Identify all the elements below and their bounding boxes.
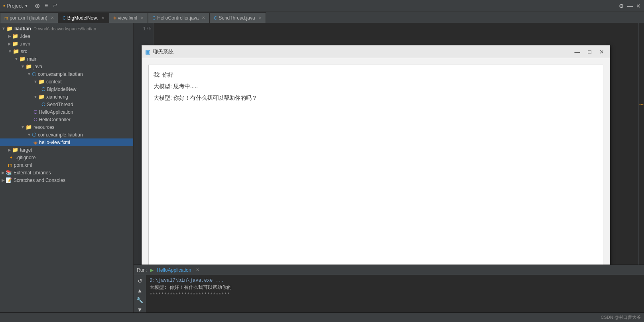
tree-ext-libs-icon: 📚 <box>6 170 12 176</box>
tab-hello-controller[interactable]: C HelloController.java ✕ <box>148 12 209 23</box>
tree-item-gitignore[interactable]: 🔸 .gitignore <box>0 154 133 161</box>
tree-xiancheng-label: xiancheng <box>46 94 68 100</box>
tab-hello-controller-close[interactable]: ✕ <box>202 16 205 20</box>
tree-item-resources[interactable]: ▼ 📁 resources <box>0 123 133 131</box>
tree-resources-icon: 📁 <box>26 124 32 130</box>
run-icon-wrench[interactable]: 🔧 <box>136 296 144 304</box>
tree-ext-libs-arrow: ▶ <box>2 170 5 175</box>
chat-close-button[interactable]: ✕ <box>597 48 607 56</box>
tree-target-icon: 📁 <box>12 147 18 153</box>
tree-item-package[interactable]: ▼ ⬡ com.example.liaotian <box>0 70 133 78</box>
line-number-175: 175 <box>143 26 152 33</box>
tree-resources-arrow: ▼ <box>21 125 25 129</box>
tab-pom-icon: m <box>4 16 8 20</box>
tab-bigmodel-label: BigModelNew. <box>67 15 98 21</box>
tab-view-fxml-close[interactable]: ✕ <box>140 16 144 20</box>
tree-item-res-package[interactable]: ▼ ⬡ com.example.liaotian <box>0 131 133 138</box>
project-sidebar: ▼ 📁 liaotian D:\work\ideaworkspaces\liao… <box>0 23 134 312</box>
run-app-name[interactable]: HelloApplication <box>157 267 191 273</box>
run-icon-down[interactable]: ▼ <box>136 306 144 312</box>
chat-message-1: 大模型: 思考中..... <box>154 81 598 91</box>
chat-maximize-button[interactable]: □ <box>586 48 594 56</box>
run-panel: Run: ▶ HelloApplication ✕ ↺ ▲ 🔧 ▼ ⊞ ↓ ■ … <box>134 265 644 312</box>
chat-message-2: 大模型: 你好！有什么我可以帮助你的吗？ <box>154 93 598 103</box>
tree-item-mvn[interactable]: ▶ 📁 .mvn <box>0 40 133 47</box>
tree-target-label: target <box>20 147 32 153</box>
run-line-2: **************************** <box>150 291 641 298</box>
tree-item-bigmodelnew[interactable]: C BigModelNew <box>0 85 133 93</box>
run-content: ↺ ▲ 🔧 ▼ ⊞ ↓ ■ ⬆ 🖨 🗑 D:\java17\bin\java.e… <box>134 275 644 312</box>
tree-item-scratches[interactable]: ▶ 📝 Scratches and Consoles <box>0 176 133 184</box>
tree-xiancheng-arrow: ▼ <box>33 95 37 99</box>
chat-title-text: 聊天系统 <box>153 48 570 55</box>
tree-hello-app-label: HelloApplication <box>39 109 73 115</box>
chat-titlebar: ▣ 聊天系统 — □ ✕ <box>142 45 610 58</box>
tree-item-external-libs[interactable]: ▶ 📚 External Libraries <box>0 169 133 176</box>
tab-pom[interactable]: m pom.xml (liaotian) ✕ <box>0 12 58 23</box>
tree-root-label: liaotian <box>14 26 31 32</box>
run-line-1: 大模型: 你好！有什么我可以帮助你的 <box>150 284 641 291</box>
tree-item-java[interactable]: ▼ 📁 java <box>0 63 133 70</box>
tree-ext-libs-label: External Libraries <box>14 170 51 176</box>
chat-minimize-button[interactable]: — <box>572 48 583 56</box>
tree-hello-view-label: hello-view.fxml <box>39 140 70 145</box>
tree-hello-app-icon: C <box>33 109 37 115</box>
tree-scratches-label: Scratches and Consoles <box>14 178 65 183</box>
tree-scratches-arrow: ▶ <box>2 178 5 182</box>
tab-hello-controller-icon: C <box>152 16 156 20</box>
tree-context-icon: 📁 <box>38 79 45 85</box>
tree-main-arrow: ▼ <box>14 57 18 61</box>
tree-item-main[interactable]: ▼ 📁 main <box>0 55 133 63</box>
chat-window: ▣ 聊天系统 — □ ✕ 我: 你好 大模型: 思考中..... 大模型: 你好… <box>142 45 610 265</box>
tree-item-pom[interactable]: m pom.xml <box>0 161 133 169</box>
chat-message-0: 我: 你好 <box>154 70 598 80</box>
chat-body: 我: 你好 大模型: 思考中..... 大模型: 你好！有什么我可以帮助你的吗？… <box>142 58 610 265</box>
tree-package-arrow: ▼ <box>27 72 31 76</box>
tab-bigmodel-close[interactable]: ✕ <box>101 16 104 20</box>
tree-item-hello-ctrl[interactable]: C HelloController <box>0 116 133 123</box>
run-app-icon: ▶ <box>150 267 154 273</box>
tree-package-icon: ⬡ <box>32 71 36 77</box>
tree-res-package-icon: ⬡ <box>32 132 36 138</box>
run-text-area: D:\java17\bin\java.exe ... 大模型: 你好！有什么我可… <box>146 275 644 312</box>
tree-target-arrow: ▶ <box>8 148 11 152</box>
tree-root[interactable]: ▼ 📁 liaotian D:\work\ideaworkspaces\liao… <box>0 25 133 32</box>
tree-item-src[interactable]: ▼ 📁 src <box>0 47 133 55</box>
chat-messages[interactable]: 我: 你好 大模型: 思考中..... 大模型: 你好！有什么我可以帮助你的吗？ <box>148 65 603 265</box>
run-icon-up[interactable]: ▲ <box>136 286 144 294</box>
run-icon-restart[interactable]: ↺ <box>136 277 144 285</box>
tree-bigmodelnew-label: BigModelNew <box>47 87 76 92</box>
toolbar-icon-add[interactable]: ⊕ <box>35 2 40 10</box>
editor-tabs: m pom.xml (liaotian) ✕ C BigModelNew. ✕ … <box>0 12 644 23</box>
tree-item-target[interactable]: ▶ 📁 target <box>0 146 133 154</box>
tree-item-context[interactable]: ▼ 📁 context <box>0 78 133 85</box>
chat-window-controls: — □ ✕ <box>572 48 607 56</box>
tab-send-thread-label: SendThread.java <box>219 15 255 21</box>
tab-send-thread-close[interactable]: ✕ <box>258 16 262 20</box>
tab-view-fxml-icon: ◈ <box>113 15 116 20</box>
toolbar-icon-settings[interactable]: ⚙ <box>619 3 624 9</box>
main-content: ▼ 📁 liaotian D:\work\ideaworkspaces\liao… <box>0 23 644 312</box>
tab-pom-close[interactable]: ✕ <box>51 16 54 20</box>
toolbar-icon-minimize[interactable]: — <box>627 3 633 9</box>
project-label: Project <box>7 3 23 9</box>
tab-view-fxml[interactable]: ◈ view.fxml ✕ <box>109 12 148 23</box>
project-menu[interactable]: ▪ Project ▼ <box>3 3 28 9</box>
tree-item-sendthread[interactable]: C SendThread <box>0 101 133 108</box>
tree-item-hello-view[interactable]: ◈ hello-view.fxml <box>0 138 133 146</box>
run-tab-close[interactable]: ✕ <box>196 267 199 273</box>
tab-send-thread[interactable]: C SendThread.java ✕ <box>209 12 266 23</box>
toolbar-icon-transfer[interactable]: ⇌ <box>53 2 57 10</box>
tree-xiancheng-icon: 📁 <box>38 94 45 100</box>
toolbar-icon-cross[interactable]: ✕ <box>636 3 641 9</box>
tree-res-package-label: com.example.liaotian <box>38 132 83 138</box>
tree-item-xiancheng[interactable]: ▼ 📁 xiancheng <box>0 93 133 101</box>
tree-bigmodelnew-icon: C <box>41 86 45 92</box>
tab-send-thread-icon: C <box>214 16 217 20</box>
tab-bigmodel[interactable]: C BigModelNew. ✕ <box>58 12 109 23</box>
tab-hello-controller-label: HelloController.java <box>157 15 199 21</box>
tree-item-hello-app[interactable]: C HelloApplication <box>0 108 133 116</box>
toolbar-icon-list[interactable]: ≡ <box>45 2 48 10</box>
top-toolbar: ▪ Project ▼ ⊕ ≡ ⇌ ⚙ — ✕ <box>0 0 644 12</box>
tree-item-idea[interactable]: ▶ 📁 .idea <box>0 32 133 40</box>
